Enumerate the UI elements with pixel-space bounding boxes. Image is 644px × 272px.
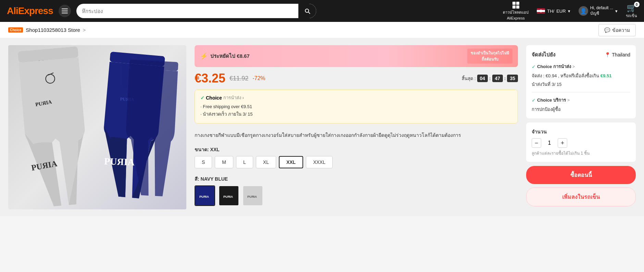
choice-shipping-label: การนำส่ง xyxy=(223,94,241,101)
colon-1: : xyxy=(489,76,491,81)
store-chevron-icon: > xyxy=(83,27,86,33)
search-bar xyxy=(76,4,316,18)
size-btn-m[interactable]: M xyxy=(215,156,233,168)
promo-right: ของอำเป็นในกุดไปไม่มี ถิ้ลต้อนรับ xyxy=(467,49,512,64)
choice-checkmark: ✓ xyxy=(200,95,205,101)
store-name[interactable]: Shop1103258013 Store xyxy=(26,27,80,33)
delivery-date: นำส่งวันที่ 3/ 15 xyxy=(532,81,630,88)
svg-text:PUЯIA: PUЯIA xyxy=(247,195,257,198)
quantity-label: จำนวน xyxy=(532,128,630,135)
header: AliExpress ดาวน์โหลดแอป AliExpress xyxy=(0,0,644,22)
product-details: ⚡ ประหยัดไป €8.67 ของอำเป็นในกุดไปไม่มี … xyxy=(195,45,518,209)
promo-text: ประหยัดไป €8.67 xyxy=(210,52,250,60)
store-info: Choice Shop1103258013 Store > xyxy=(8,27,86,33)
chevron-down-icon: ▾ xyxy=(568,9,570,14)
location-row[interactable]: 📍 Thailand xyxy=(605,52,630,57)
countdown-minutes: 47 xyxy=(492,75,503,82)
promo-left: ⚡ ประหยัดไป €8.67 xyxy=(200,52,250,60)
price-section: €3.25 €11.92 -72% สิ้นสุด : 04 : 47 : 35 xyxy=(195,71,518,86)
choice-title: ✓ Choice การนำส่ง › xyxy=(200,94,512,101)
choice-service-check: ✓ xyxy=(532,98,536,103)
discount-badge: -72% xyxy=(252,75,265,81)
countdown-label: สิ้นสุด : xyxy=(462,75,475,82)
download-app-label: ดาวน์โหลดแอป xyxy=(503,9,529,15)
product-description: กางเกงชายกีฬาแบบมีเชือกรูดกางเกงวอร์มใส่… xyxy=(195,128,518,139)
language-selector[interactable]: TH/ EUR ▾ xyxy=(537,8,570,14)
download-app-section[interactable]: ดาวน์โหลดแอป AliExpress xyxy=(503,2,529,20)
price-original: €11.92 xyxy=(230,75,248,82)
user-account-label: บัญชี xyxy=(590,11,613,16)
quantity-note: ลูกค้าแต่ละรายซื้อได้ไม่เกิน 1 ชิ้น xyxy=(532,150,630,156)
download-app-sublabel: AliExpress xyxy=(507,16,525,20)
svg-rect-2 xyxy=(62,13,68,13)
cart-icon: 🛒 0 xyxy=(627,3,637,13)
choice-box: ✓ Choice การนำส่ง › · Free shipping over… xyxy=(195,90,518,124)
quantity-value: 1 xyxy=(545,140,554,146)
thai-flag-icon xyxy=(537,8,545,14)
add-to-cart-button[interactable]: เพิ่มลงในรถเข็น xyxy=(526,187,636,206)
message-chat-icon: 💬 xyxy=(604,27,610,33)
cart-section[interactable]: 🛒 0 รถเข็น xyxy=(626,3,637,19)
quantity-plus-button[interactable]: + xyxy=(558,138,567,148)
app-grid-icon xyxy=(512,2,519,9)
color-label: สี: NAVY BLUE xyxy=(195,175,518,183)
menu-button[interactable] xyxy=(59,5,71,17)
currency-label: EUR xyxy=(556,9,566,14)
bolt-icon: ⚡ xyxy=(200,52,208,60)
choice-service-row[interactable]: ✓ Choice บริการ > xyxy=(532,96,630,104)
quantity-controls: − 1 + xyxy=(532,138,630,148)
logo[interactable]: AliExpress xyxy=(7,5,53,16)
promo-side-text-2: ถิ้ลต้อนรับ xyxy=(471,56,509,62)
shipping-arrow-icon: > xyxy=(572,64,575,69)
main-content: PUЯIA PUЯIA PUЯIA PUЯIA xyxy=(0,38,644,216)
size-btn-xl[interactable]: XL xyxy=(256,156,276,168)
search-input[interactable] xyxy=(76,8,298,14)
size-btn-l[interactable]: L xyxy=(236,156,253,168)
promo-side-text-1: ของอำเป็นในกุดไปไม่มี xyxy=(471,50,509,56)
svg-rect-0 xyxy=(62,9,68,9)
header-right: ดาวน์โหลดแอป AliExpress TH/ EUR ▾ 👤 Hi, … xyxy=(503,2,637,20)
size-btn-xxxl[interactable]: XXXL xyxy=(306,156,333,168)
product-image-section: PUЯIA PUЯIA PUЯIA PUЯIA xyxy=(8,45,186,209)
choice-free-shipping: · Free shipping over €9.51 xyxy=(200,104,512,109)
user-avatar-icon: 👤 xyxy=(579,6,588,16)
quantity-minus-button[interactable]: − xyxy=(532,138,541,148)
destination-country: Thailand xyxy=(612,52,630,57)
color-section: สี: NAVY BLUE PUЯIA PUЯIA xyxy=(195,175,518,206)
cart-count-badge: 0 xyxy=(634,2,640,7)
size-btn-s[interactable]: S xyxy=(195,156,212,168)
shipping-box: จัดส่งไปยัง 📍 Thailand ✓ Choice การนำส่ง… xyxy=(526,45,636,118)
svg-text:PUЯIA: PUЯIA xyxy=(223,195,233,198)
buy-now-button[interactable]: ซื้อตอนนี้ xyxy=(526,166,636,184)
right-panel: จัดส่งไปยัง 📍 Thailand ✓ Choice การนำส่ง… xyxy=(526,45,636,209)
choice-shipping-row[interactable]: ✓ Choice การนำส่ง > xyxy=(532,63,630,70)
size-section: ขนาด: XXL S M L XL XXL XXXL xyxy=(195,146,518,168)
color-options: PUЯIA PUЯIA xyxy=(195,185,518,206)
countdown-hours: 04 xyxy=(477,75,488,82)
message-button[interactable]: 💬 ข้อความ xyxy=(598,24,636,36)
user-greeting: Hi, default ... xyxy=(590,5,613,11)
free-threshold: €9.51 xyxy=(600,73,612,78)
color-swatch-navy[interactable]: PUЯIA xyxy=(195,185,215,206)
color-swatch-black[interactable]: PUЯIA xyxy=(219,185,239,206)
size-btn-xxl[interactable]: XXL xyxy=(279,156,303,168)
store-bar: Choice Shop1103258013 Store > 💬 ข้อความ xyxy=(0,22,644,38)
choice-fast-delivery: · นำส่งรวดเร็ว ภายใน 3/ 15 xyxy=(200,111,512,118)
promo-banner: ⚡ ประหยัดไป €8.67 ของอำเป็นในกุดไปไม่มี … xyxy=(195,45,518,67)
svg-rect-1 xyxy=(62,11,68,11)
search-button[interactable] xyxy=(298,4,316,18)
user-section[interactable]: 👤 Hi, default ... บัญชี ▾ xyxy=(579,5,618,16)
size-label: ขนาด: XXL xyxy=(195,146,518,153)
protection-text: การปกป้องผู้ซื้อ xyxy=(532,106,630,113)
product-main-image: PUЯIA PUЯIA PUЯIA PUЯIA xyxy=(8,45,186,209)
divider-1 xyxy=(532,92,630,92)
pants-navy2-image xyxy=(114,54,186,204)
service-arrow-icon: > xyxy=(567,98,570,103)
colon-2: : xyxy=(504,76,506,81)
shipping-title: จัดส่งไปยัง xyxy=(532,51,555,59)
color-swatch-gray[interactable]: PUЯIA xyxy=(243,185,263,206)
size-options: S M L XL XXL XXXL xyxy=(195,156,518,168)
user-chevron-icon: ▾ xyxy=(615,9,618,14)
language-label: TH/ xyxy=(547,9,554,14)
pants-gray-image: PUЯIA PUЯIA xyxy=(8,46,100,209)
